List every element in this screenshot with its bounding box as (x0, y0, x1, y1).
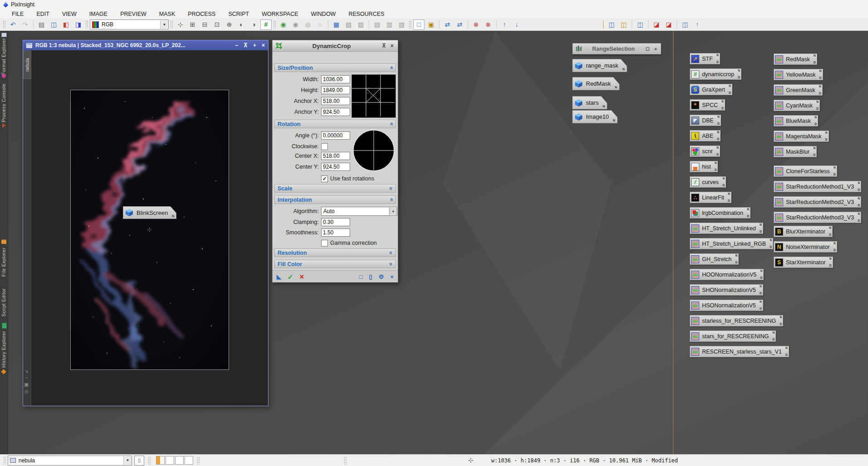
sidebar-item-format-explorer[interactable]: Format Explorer (1, 38, 6, 75)
section-scale[interactable]: Scale » (274, 184, 396, 193)
zoom-to-fit-icon[interactable]: ⊞ (187, 19, 198, 30)
clockwise-checkbox[interactable] (321, 143, 328, 150)
undo-icon[interactable]: ↶ (7, 19, 19, 30)
process-icon[interactable]: ∞ SHONormalizationV5 ND (690, 284, 763, 296)
anchor-selector-widget[interactable] (351, 74, 396, 118)
pan-mode-icon[interactable]: ⊕ (224, 19, 235, 30)
section-rotation[interactable]: Rotation » (274, 120, 396, 128)
color-swatch[interactable] (175, 456, 184, 465)
new-image-icon[interactable]: ▤ (36, 19, 47, 30)
image-icon-redmask[interactable]: RedMask N (572, 77, 619, 90)
image-icon-stars[interactable]: stars N (572, 96, 607, 109)
menu-item[interactable]: RESOURCES (342, 10, 390, 18)
dialog-shade-button[interactable]: ⊼ (380, 43, 387, 49)
monitor-preview-icon[interactable]: ◫ (634, 19, 646, 30)
menu-item[interactable]: SCRIPT (222, 10, 255, 18)
dynamiccrop-title-bar[interactable]: DynamicCrop ⊼ × (273, 40, 398, 52)
process-icon[interactable]: ∞ CyanMask ND (774, 100, 820, 111)
statusbar-drag-handle[interactable] (148, 456, 151, 465)
rangeselection-window[interactable]: RangeSelection ◻ × (572, 43, 661, 54)
menu-item[interactable]: MASK (153, 10, 181, 18)
color-swatch[interactable] (185, 456, 193, 465)
dropdown-arrow-icon[interactable]: ▼ (160, 20, 168, 29)
section-chevron-icon[interactable]: » (388, 187, 395, 190)
angle-field[interactable] (321, 131, 350, 140)
stf-off-icon[interactable]: ○ (314, 19, 326, 30)
process-icon[interactable]: ∞ RedMask ND (774, 53, 817, 65)
crop-tool-icon[interactable]: # (260, 19, 272, 30)
section-resolution[interactable]: Resolution » (274, 248, 396, 257)
blinkscreen-icon[interactable]: BlinkScreen N (123, 206, 176, 219)
dropdown-arrow-icon[interactable]: ▼ (123, 456, 132, 465)
channel-selector-dropdown[interactable]: RGB ▼ (90, 19, 169, 29)
process-icon[interactable]: ∞ StarReductionMethod1_V3 ND (774, 181, 861, 192)
process-icon[interactable]: ∞ HT_Stretch_Unlinked ND (690, 223, 763, 234)
workspace-swap2-icon[interactable]: ⇄ (454, 19, 465, 30)
sidebar-item-history-explorer[interactable]: History Explorer (1, 331, 6, 368)
script-editor-icon[interactable] (2, 323, 7, 329)
stf-reset-icon[interactable]: ◎ (302, 19, 313, 30)
resize-mode-icon[interactable]: ↘ (24, 368, 29, 374)
process-icon[interactable]: ∞ HSONormalizationV5 ND (690, 300, 763, 311)
process-icon[interactable]: ∞ GreenMask ND (774, 84, 823, 96)
rangeselection-restore-button[interactable]: ◻ (644, 46, 650, 52)
center-image-icon[interactable]: ⊹ (175, 19, 186, 30)
image-close-button[interactable]: × (262, 43, 265, 48)
process-icon[interactable]: ∞ MaskBlur ND (774, 146, 817, 157)
view-selector-dropdown[interactable]: nebula ▼ (8, 456, 132, 466)
screen-mode-gray-icon[interactable]: ▧ (343, 19, 354, 30)
statusbar-drag-handle[interactable] (344, 456, 347, 465)
mask-none-icon[interactable]: □ (413, 19, 424, 30)
redo-icon[interactable]: ↷ (20, 19, 31, 30)
use-fast-rotations-checkbox[interactable] (321, 175, 328, 182)
section-chevron-icon[interactable]: » (388, 262, 395, 266)
monitor-user-icon[interactable]: ◫ (679, 19, 691, 30)
active-color-swatch[interactable] (156, 456, 165, 465)
screen-mode-blue-icon[interactable]: ▦ (331, 19, 342, 30)
selection-mode-icon[interactable]: ▫ (24, 375, 29, 380)
zoom-out-icon[interactable]: ⊟ (199, 19, 210, 30)
reset-button[interactable]: □ (359, 274, 363, 280)
readout-mode-icon[interactable]: ◎ (24, 388, 29, 394)
monitor-blue-icon[interactable]: ◫ (606, 19, 617, 30)
os-title-bar[interactable]: PixInsight (0, 0, 868, 9)
image-minimize-button[interactable]: − (235, 43, 238, 48)
toolbar-drag-handle[interactable] (170, 20, 173, 29)
process-icon[interactable]: ∞ YellowMask ND (774, 69, 823, 80)
stf-auto-stretch-icon[interactable]: ◉ (278, 19, 289, 30)
anchor-x-field[interactable] (321, 97, 350, 105)
screen-mode-gray2-icon[interactable]: ▨ (355, 19, 366, 30)
center-y-field[interactable] (321, 163, 350, 171)
dialog-close-button[interactable]: × (389, 43, 395, 49)
process-icon[interactable]: N NoiseXterminator ND (774, 241, 837, 252)
menu-item[interactable]: PROCESS (181, 10, 222, 18)
process-icon[interactable]: ▄ hist ND (690, 161, 718, 172)
algorithm-dropdown[interactable]: Auto ▼ (321, 207, 397, 216)
process-icon[interactable]: ∞ MagentaMask ND (774, 131, 829, 142)
workspace-swap-icon[interactable]: ⇄ (442, 19, 453, 30)
screen-dark-icon[interactable]: ◐ (236, 19, 247, 30)
screen-light-icon[interactable]: ◑ (248, 19, 259, 30)
process-icon[interactable]: ∞ HT_Stretch_Linked_RGB ND (690, 238, 773, 249)
screen-transfer-icon[interactable]: ◫ (48, 19, 59, 30)
toolbar-drag-handle[interactable] (409, 20, 412, 29)
statusbar-drag-handle[interactable] (3, 456, 6, 465)
file-explorer-icon[interactable] (1, 240, 6, 244)
process-icon[interactable]: / curves ND (690, 176, 726, 188)
readout-gray3-icon[interactable]: ▧ (396, 19, 407, 30)
clamping-field[interactable] (321, 218, 350, 226)
sidebar-item-script-editor[interactable]: Script Editor (1, 288, 6, 316)
mask-color-icon[interactable]: ▣ (425, 19, 437, 30)
image-shade-button[interactable]: ⊼ (244, 43, 248, 48)
layers-mode-icon[interactable]: ▣ (24, 382, 29, 387)
toolbar-drag-handle[interactable] (85, 20, 88, 29)
image-zoom-button[interactable]: + (253, 43, 256, 48)
toolbar-drag-handle[interactable] (273, 20, 276, 29)
process-icon[interactable]: ∞ BlueMask ND (774, 115, 818, 126)
process-icon[interactable]: \ ABE ND (690, 130, 721, 141)
monitor-24bit-icon[interactable]: ◫ (618, 19, 629, 30)
height-field[interactable] (321, 86, 350, 94)
statusbar-drag-handle[interactable] (197, 456, 200, 465)
process-icon[interactable]: ∞ CloneForStarless ND (774, 165, 837, 177)
process-icon[interactable]: ∞ HOONormalizationV5 ND (690, 269, 764, 280)
